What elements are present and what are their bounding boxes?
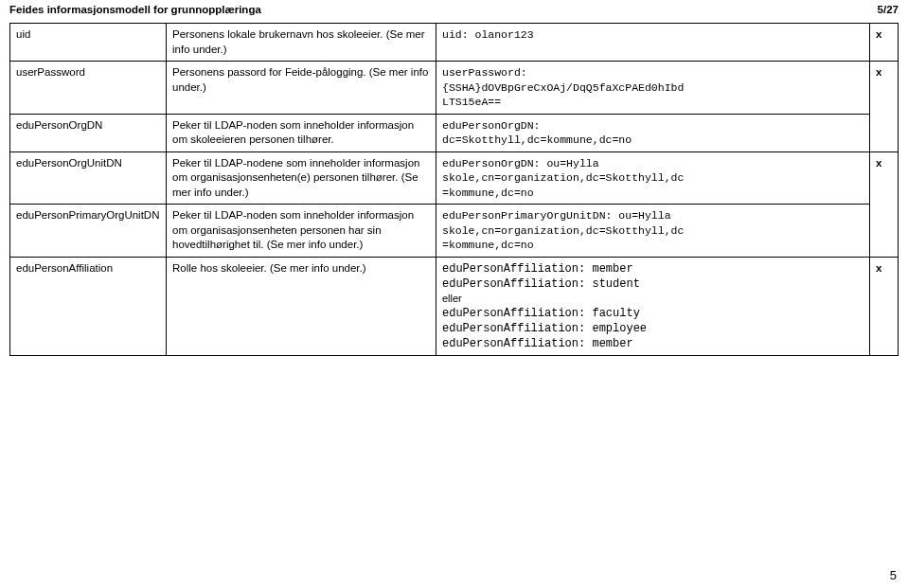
attr-desc: Rolle hos skoleeier. (Se mer info under.… <box>167 257 436 356</box>
attr-name: eduPersonPrimaryOrgUnitDN <box>10 205 167 258</box>
attr-name: userPassword <box>10 62 167 115</box>
attr-example: uid: olanor123 <box>436 24 870 62</box>
doc-title: Feides informasjonsmodell for grunnopplæ… <box>9 4 261 15</box>
table-row: eduPersonAffiliation Rolle hos skoleeier… <box>10 257 899 356</box>
example-line: eduPersonAffiliation: employee <box>442 321 863 336</box>
example-line: eduPersonAffiliation: member <box>442 336 863 351</box>
attr-example: userPassword: {SSHA}dOVBpGreCxOAj/DqQ5fa… <box>436 62 870 115</box>
attr-desc: Personens lokale brukernavn hos skoleeie… <box>167 24 436 62</box>
page-header: Feides informasjonsmodell for grunnopplæ… <box>0 0 908 21</box>
attr-name: eduPersonOrgUnitDN <box>10 151 167 205</box>
attr-name: eduPersonOrgDN <box>10 114 167 151</box>
attr-flag: x <box>870 151 899 257</box>
example-line: eduPersonAffiliation: faculty <box>442 306 863 321</box>
table-row: eduPersonOrgDN Peker til LDAP-noden som … <box>10 114 899 151</box>
example-line: eduPersonAffiliation: member <box>442 261 863 276</box>
table-row: eduPersonOrgUnitDN Peker til LDAP-nodene… <box>10 151 899 205</box>
attr-flag: x <box>870 24 899 62</box>
attr-example: eduPersonPrimaryOrgUnitDN: ou=Hylla skol… <box>436 205 870 258</box>
table-row: uid Personens lokale brukernavn hos skol… <box>10 24 899 62</box>
attr-flag: x <box>870 62 899 152</box>
attr-example: eduPersonOrgDN: ou=Hylla skole,cn=organi… <box>436 151 870 205</box>
attr-name: uid <box>10 24 167 62</box>
table-row: userPassword Personens passord for Feide… <box>10 62 899 115</box>
example-or: eller <box>442 292 863 306</box>
example-line: eduPersonAffiliation: student <box>442 276 863 292</box>
attr-desc: Peker til LDAP-noden som inneholder info… <box>167 114 436 151</box>
page-number: 5 <box>890 568 897 582</box>
attr-desc: Personens passord for Feide-pålogging. (… <box>167 62 436 115</box>
attribute-table: uid Personens lokale brukernavn hos skol… <box>9 23 899 356</box>
attr-name: eduPersonAffiliation <box>10 257 167 356</box>
attr-example: eduPersonOrgDN: dc=Skotthyll,dc=kommune,… <box>436 114 870 151</box>
table-row: eduPersonPrimaryOrgUnitDN Peker til LDAP… <box>10 205 899 258</box>
attr-desc: Peker til LDAP-noden som inneholder info… <box>167 205 436 258</box>
attr-flag: x <box>870 257 899 356</box>
attr-desc: Peker til LDAP-nodene som inneholder inf… <box>167 151 436 205</box>
attr-example: eduPersonAffiliation: member eduPersonAf… <box>436 257 870 356</box>
page-indicator: 5/27 <box>878 4 899 15</box>
